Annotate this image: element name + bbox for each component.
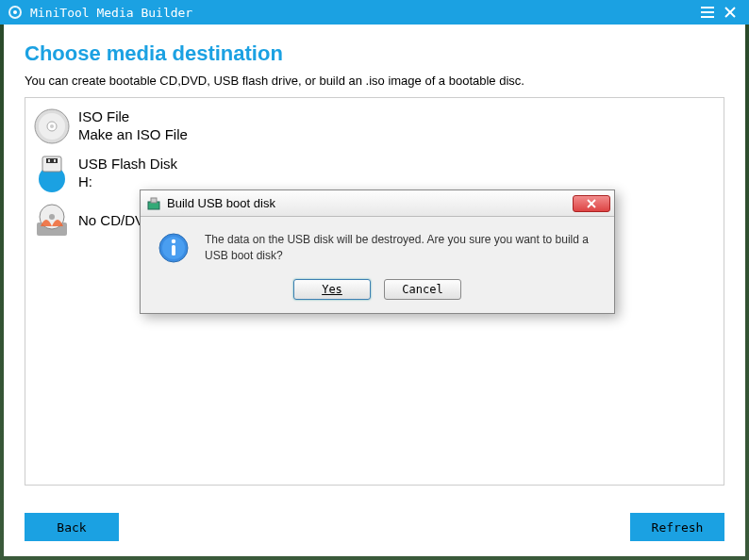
dialog-titlebar[interactable]: Build USB boot disk — [141, 190, 614, 217]
svg-rect-5 — [701, 16, 714, 18]
svg-rect-21 — [151, 198, 157, 203]
disc-iso-icon — [31, 106, 73, 147]
svg-point-2 — [13, 10, 17, 14]
page-heading: Choose media destination — [25, 41, 724, 66]
option-iso-file[interactable]: ISO File Make an ISO File — [31, 103, 718, 150]
cancel-button[interactable]: Cancel — [384, 279, 461, 300]
option-text: USB Flash Disk H: — [78, 156, 177, 191]
dialog-button-row: Yes Cancel — [141, 273, 614, 313]
svg-rect-4 — [701, 11, 714, 13]
dialog-close-button[interactable] — [573, 195, 610, 212]
dialog-body: The data on the USB disk will be destroy… — [141, 217, 614, 273]
yes-button[interactable]: Yes — [293, 279, 371, 300]
dialog-app-icon — [146, 196, 161, 211]
menu-icon[interactable] — [696, 1, 719, 24]
confirm-dialog: Build USB boot disk The data on the USB … — [140, 189, 615, 314]
cd-burner-icon — [31, 200, 73, 241]
page-subheading: You can create bootable CD,DVD, USB flas… — [25, 74, 724, 88]
svg-point-19 — [49, 214, 55, 220]
footer-buttons: Back Refresh — [25, 513, 724, 541]
option-text: ISO File Make an ISO File — [78, 108, 188, 144]
svg-rect-15 — [48, 159, 50, 162]
usb-disk-icon — [31, 153, 73, 194]
svg-point-11 — [50, 124, 54, 128]
svg-rect-14 — [46, 158, 58, 163]
close-icon[interactable] — [719, 1, 741, 24]
app-title: MiniTool Media Builder — [30, 6, 192, 20]
dialog-title: Build USB boot disk — [167, 196, 275, 210]
svg-rect-3 — [701, 7, 714, 8]
info-icon — [158, 232, 190, 264]
svg-rect-27 — [172, 245, 175, 255]
dialog-message: The data on the USB disk will be destroy… — [205, 232, 597, 264]
svg-rect-16 — [54, 159, 56, 162]
app-icon — [8, 5, 23, 20]
back-button[interactable]: Back — [25, 513, 119, 541]
svg-point-26 — [172, 239, 175, 243]
titlebar: MiniTool Media Builder — [0, 0, 749, 25]
refresh-button[interactable]: Refresh — [630, 513, 724, 541]
